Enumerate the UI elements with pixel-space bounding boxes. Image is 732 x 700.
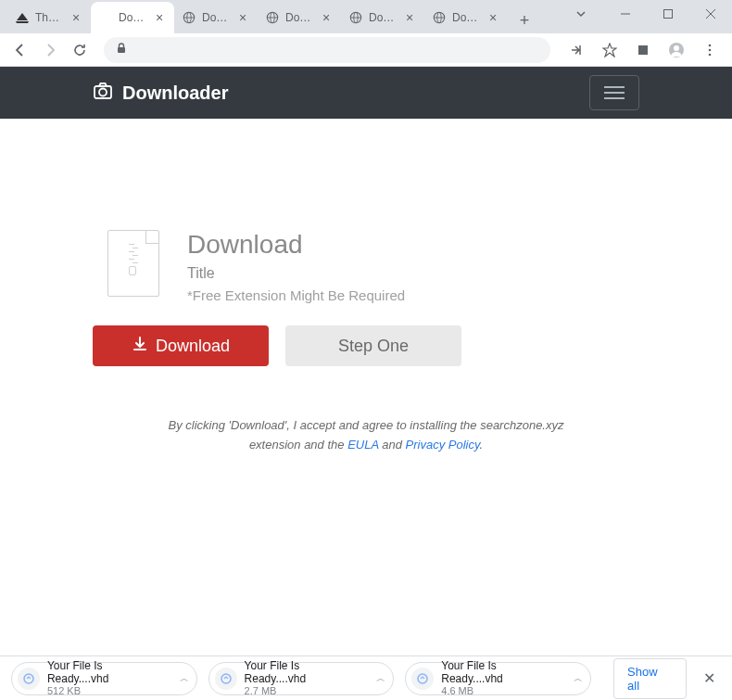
menu-icon[interactable] bbox=[695, 37, 725, 63]
file-icon bbox=[215, 668, 237, 690]
download-size: 4.6 MB bbox=[441, 685, 561, 697]
close-icon[interactable]: × bbox=[235, 10, 250, 25]
step-one-label: Step One bbox=[338, 337, 409, 356]
svg-point-20 bbox=[709, 53, 712, 56]
close-icon[interactable]: × bbox=[152, 10, 167, 25]
brand[interactable]: Downloader bbox=[93, 81, 228, 106]
show-all-button[interactable]: Show all bbox=[613, 658, 687, 699]
tab-title: Downlo bbox=[285, 11, 313, 24]
close-icon[interactable]: × bbox=[486, 10, 500, 25]
downloads-bar: Your File Is Ready....vhd 512 KB ︿ Your … bbox=[0, 655, 732, 700]
disclaimer: By clicking 'Download', I accept and agr… bbox=[93, 416, 639, 455]
tab-title: Downlo bbox=[202, 11, 230, 24]
maximize-button[interactable] bbox=[647, 0, 689, 28]
ship-icon bbox=[15, 10, 30, 25]
tab-strip: The Pira × Downlo × Downlo × Downlo × bbox=[7, 2, 537, 33]
bookmark-icon[interactable] bbox=[595, 37, 625, 63]
tab-title: Downlo bbox=[452, 11, 480, 24]
tab-0[interactable]: The Pira × bbox=[7, 2, 91, 33]
brand-text: Downloader bbox=[122, 83, 228, 104]
browser-titlebar: The Pira × Downlo × Downlo × Downlo × bbox=[0, 0, 732, 33]
file-title: Title bbox=[187, 265, 405, 282]
hamburger-menu[interactable] bbox=[589, 75, 639, 110]
download-button-label: Download bbox=[156, 337, 230, 356]
chevron-up-icon[interactable]: ︿ bbox=[174, 672, 189, 685]
download-info: Download Title *Free Extension Might Be … bbox=[187, 230, 405, 303]
file-icon bbox=[18, 668, 40, 690]
toolbar-right bbox=[562, 37, 725, 63]
tab-1[interactable]: Downlo × bbox=[91, 2, 174, 33]
address-bar[interactable] bbox=[104, 37, 550, 63]
svg-rect-15 bbox=[638, 45, 648, 55]
blank-icon bbox=[98, 10, 113, 25]
chevron-down-icon[interactable] bbox=[565, 0, 597, 28]
svg-point-24 bbox=[221, 674, 231, 683]
file-icon bbox=[411, 668, 434, 690]
svg-point-25 bbox=[418, 674, 427, 683]
main-content: Download Title *Free Extension Might Be … bbox=[0, 119, 732, 455]
svg-point-22 bbox=[99, 88, 107, 95]
tab-5[interactable]: Downlo × bbox=[424, 2, 508, 33]
reload-button[interactable] bbox=[67, 37, 93, 63]
download-name: Your File Is Ready....vhd bbox=[245, 659, 364, 686]
svg-point-18 bbox=[709, 44, 712, 46]
forward-button[interactable] bbox=[37, 37, 63, 63]
page-header: Downloader bbox=[0, 67, 732, 119]
download-item[interactable]: Your File Is Ready....vhd 2.7 MB ︿ bbox=[208, 662, 395, 695]
window-controls bbox=[565, 0, 732, 28]
close-icon[interactable]: × bbox=[69, 10, 83, 25]
step-one-button[interactable]: Step One bbox=[285, 325, 461, 366]
close-button[interactable] bbox=[689, 0, 732, 28]
zip-file-icon bbox=[107, 230, 159, 297]
minimize-button[interactable] bbox=[604, 0, 647, 28]
tab-title: Downlo bbox=[369, 11, 397, 24]
download-item[interactable]: Your File Is Ready....vhd 4.6 MB ︿ bbox=[405, 662, 591, 695]
download-item[interactable]: Your File Is Ready....vhd 512 KB ︿ bbox=[11, 662, 197, 695]
page-heading: Download bbox=[187, 230, 405, 260]
share-icon[interactable] bbox=[562, 37, 591, 63]
camera-icon bbox=[93, 81, 113, 106]
new-tab-button[interactable]: + bbox=[511, 7, 537, 33]
eula-link[interactable]: EULA bbox=[347, 438, 378, 452]
profile-icon[interactable] bbox=[662, 37, 691, 63]
globe-icon bbox=[265, 10, 280, 25]
download-name: Your File Is Ready....vhd bbox=[441, 659, 561, 686]
globe-icon bbox=[432, 10, 447, 25]
chevron-up-icon[interactable]: ︿ bbox=[371, 672, 385, 685]
lock-icon bbox=[115, 42, 128, 58]
svg-rect-14 bbox=[118, 47, 125, 53]
download-size: 2.7 MB bbox=[245, 685, 364, 697]
privacy-link[interactable]: Privacy Policy bbox=[406, 438, 480, 452]
chevron-up-icon[interactable]: ︿ bbox=[568, 672, 583, 685]
extensions-icon[interactable] bbox=[628, 37, 658, 63]
tab-2[interactable]: Downlo × bbox=[174, 2, 258, 33]
download-button[interactable]: Download bbox=[93, 325, 269, 366]
svg-rect-13 bbox=[664, 10, 673, 19]
download-size: 512 KB bbox=[47, 685, 167, 697]
tab-3[interactable]: Downlo × bbox=[258, 2, 341, 33]
globe-icon bbox=[182, 10, 196, 25]
download-icon bbox=[132, 336, 148, 357]
close-icon[interactable]: × bbox=[319, 10, 334, 25]
tab-title: The Pira bbox=[35, 11, 63, 24]
tab-title: Downlo bbox=[119, 11, 146, 24]
browser-toolbar bbox=[0, 33, 732, 67]
svg-point-23 bbox=[24, 674, 33, 683]
globe-icon bbox=[348, 10, 363, 25]
close-icon[interactable]: × bbox=[402, 10, 417, 25]
extension-note: *Free Extension Might Be Required bbox=[187, 287, 405, 303]
svg-point-19 bbox=[709, 48, 712, 51]
close-icon[interactable]: ✕ bbox=[698, 669, 721, 687]
download-name: Your File Is Ready....vhd bbox=[47, 659, 167, 686]
tab-4[interactable]: Downlo × bbox=[341, 2, 424, 33]
back-button[interactable] bbox=[7, 37, 33, 63]
svg-point-17 bbox=[674, 45, 679, 51]
